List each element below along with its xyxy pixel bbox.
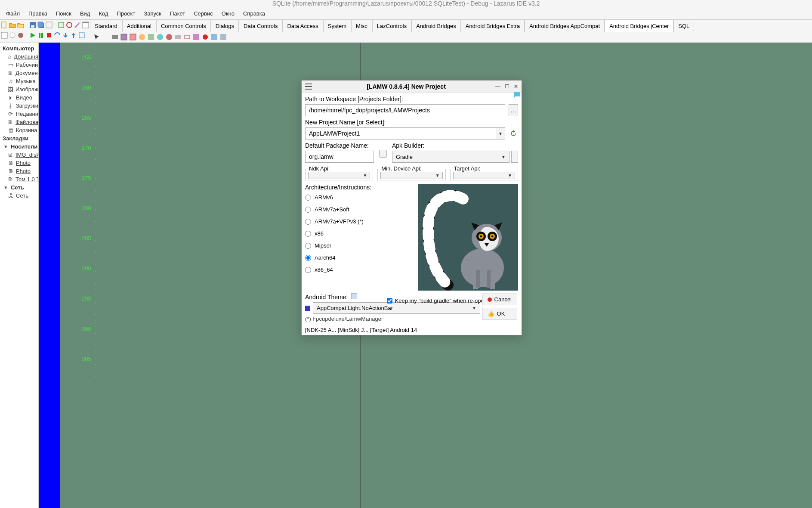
menu-tools[interactable]: Сервис: [189, 9, 217, 19]
tree-item[interactable]: ⟳Недавни: [2, 110, 38, 118]
toggle-form-icon[interactable]: [58, 22, 65, 28]
menu-view[interactable]: Вид: [76, 9, 95, 19]
help-icon[interactable]: [513, 91, 521, 100]
component-icon[interactable]: [211, 34, 218, 40]
palette-tab-android-bridges-extra[interactable]: Android Bridges Extra: [461, 20, 525, 32]
palette-tab-standard[interactable]: Standard: [90, 20, 122, 32]
arch-radio-row[interactable]: ARMv7a+Soft: [305, 206, 414, 213]
tree-item[interactable]: ⌂Домашня: [2, 53, 38, 61]
palette-tab-android-bridges-appcompat[interactable]: Android Bridges AppCompat: [525, 20, 605, 32]
palette-tab-data-controls[interactable]: Data Controls: [239, 20, 282, 32]
arch-radio[interactable]: [305, 219, 311, 225]
palette-tab-system[interactable]: System: [323, 20, 351, 32]
open-file-icon[interactable]: [9, 22, 16, 28]
palette-tab-misc[interactable]: Misc: [351, 20, 372, 32]
tree-item[interactable]: 🗎Том 1,0 Т: [2, 175, 38, 183]
pause-icon[interactable]: [37, 32, 44, 39]
menu-search[interactable]: Поиск: [52, 9, 76, 19]
save-icon[interactable]: [29, 22, 36, 28]
tree-item[interactable]: 🗎IMG_disk: [2, 151, 38, 159]
selection-tool-icon[interactable]: [93, 34, 100, 40]
ok-button[interactable]: 👍OK: [482, 308, 517, 319]
component-icon[interactable]: [120, 34, 127, 40]
apk-builder-extra[interactable]: [511, 151, 518, 163]
apk-builder-select[interactable]: Gradle▼: [392, 151, 509, 163]
project-name-dropdown[interactable]: ▼: [496, 127, 505, 139]
component-icon[interactable]: [166, 34, 173, 40]
component-icon[interactable]: [202, 34, 209, 40]
object-inspector-icon[interactable]: [82, 22, 89, 28]
file-tree[interactable]: Компьютер ⌂Домашня ▭Рабочий 🗎Документ ♫М…: [0, 43, 38, 506]
tree-item[interactable]: ♫Музыка: [2, 77, 38, 85]
tree-item[interactable]: ⭳Загрузки: [2, 102, 38, 110]
tree-item[interactable]: 🖼Изображ: [2, 85, 38, 93]
menu-edit[interactable]: Правка: [24, 9, 52, 19]
palette-tab-lazcontrols[interactable]: LazControls: [372, 20, 411, 32]
project-name-input[interactable]: [305, 127, 496, 139]
pkg-checkbox[interactable]: [379, 150, 387, 158]
component-icon[interactable]: [220, 34, 227, 40]
arch-radio[interactable]: [305, 207, 311, 213]
arch-radio[interactable]: [305, 243, 311, 249]
browse-button[interactable]: …: [509, 104, 518, 116]
menu-project[interactable]: Проект: [113, 9, 140, 19]
tree-item[interactable]: ▭Рабочий: [2, 61, 38, 69]
palette-tab-android-bridges-jcenter[interactable]: Android Bridges jCenter: [605, 20, 673, 32]
hamburger-icon[interactable]: [305, 84, 312, 90]
config-icon[interactable]: [66, 22, 73, 28]
run-icon[interactable]: [29, 32, 36, 39]
tree-heading-media[interactable]: ▾Носители: [2, 142, 38, 151]
component-icon[interactable]: [130, 34, 136, 40]
unit-icon[interactable]: [46, 22, 52, 28]
target-api-select[interactable]: ▼: [453, 172, 515, 179]
component-icon[interactable]: [111, 34, 118, 40]
step-into-icon[interactable]: [62, 32, 69, 39]
open-folder-icon[interactable]: [17, 22, 24, 28]
theme-select[interactable]: AppCompat.Light.NoActionBar▼: [313, 302, 480, 314]
arch-radio-row[interactable]: ARMv6: [305, 194, 414, 201]
sidebar-toggle[interactable]: ☰: [0, 506, 38, 508]
form-list-icon[interactable]: [1, 32, 8, 39]
tree-item[interactable]: 🗎Документ: [2, 69, 38, 77]
palette-tab-android-bridges[interactable]: Android Bridges: [411, 20, 461, 32]
palette-tab-common-controls[interactable]: Common Controls: [156, 20, 211, 32]
run-to-cursor-icon[interactable]: [78, 32, 85, 39]
close-icon[interactable]: ✕: [514, 84, 518, 90]
arch-radio[interactable]: [305, 267, 311, 273]
maximize-icon[interactable]: ☐: [505, 84, 509, 90]
step-over-icon[interactable]: [54, 32, 61, 39]
menu-package[interactable]: Пакет: [166, 9, 189, 19]
component-icon[interactable]: [175, 34, 182, 40]
arch-radio-row[interactable]: x86_64: [305, 266, 414, 273]
arch-radio[interactable]: [305, 231, 311, 237]
menu-help[interactable]: Справка: [239, 9, 269, 19]
stop-icon[interactable]: [46, 32, 52, 39]
component-icon[interactable]: [193, 34, 200, 40]
palette-tab-data-access[interactable]: Data Access: [282, 20, 323, 32]
step-out-icon[interactable]: [70, 32, 77, 39]
palette-tab-dialogs[interactable]: Dialogs: [211, 20, 239, 32]
arch-radio-row[interactable]: Aarch64: [305, 254, 414, 261]
arch-radio[interactable]: [305, 255, 311, 261]
minimize-icon[interactable]: —: [495, 84, 500, 90]
min-device-api-select[interactable]: ▼: [380, 172, 442, 179]
component-icon[interactable]: [139, 34, 145, 40]
package-name-input[interactable]: [305, 151, 374, 163]
component-icon[interactable]: [148, 34, 154, 40]
palette-tab-sql[interactable]: SQL: [673, 20, 694, 32]
tree-item[interactable]: 🗎Photo: [2, 159, 38, 167]
ndk-api-select[interactable]: ▼: [308, 172, 370, 179]
tree-item[interactable]: 🗎Файлова: [2, 118, 38, 126]
tree-heading-network[interactable]: ▾Сеть: [2, 183, 38, 192]
save-all-icon[interactable]: [37, 22, 44, 28]
menu-window[interactable]: Окно: [217, 9, 239, 19]
palette-tab-additional[interactable]: Additional: [122, 20, 156, 32]
tree-item[interactable]: 🖧Сеть: [2, 192, 38, 200]
new-file-icon[interactable]: [1, 22, 8, 28]
arch-radio-row[interactable]: x86: [305, 230, 414, 237]
menu-run[interactable]: Запуск: [139, 9, 166, 19]
keep-gradle-checkbox[interactable]: [387, 298, 392, 304]
component-icon[interactable]: [184, 34, 191, 40]
workspace-path-input[interactable]: [305, 104, 505, 116]
wand-icon[interactable]: [74, 22, 81, 28]
